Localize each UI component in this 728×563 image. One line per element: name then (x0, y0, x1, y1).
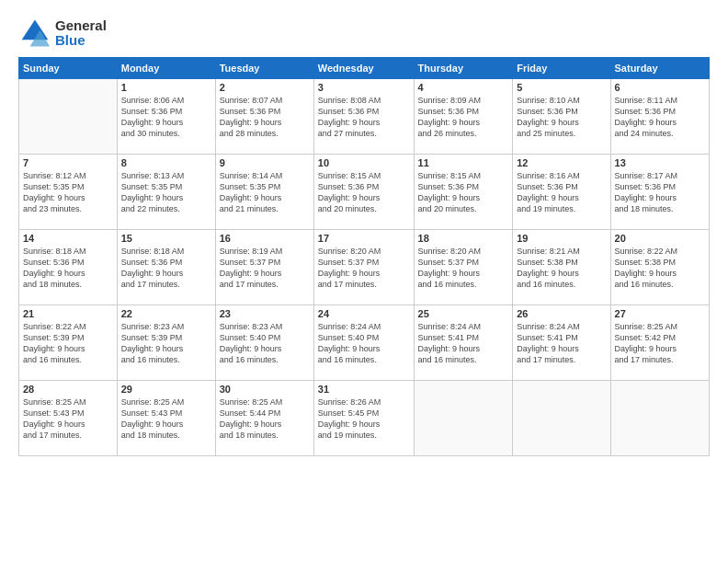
day-number: 15 (121, 233, 211, 244)
calendar-cell: 8Sunrise: 8:13 AM Sunset: 5:35 PM Daylig… (117, 155, 215, 230)
calendar-cell (610, 381, 709, 456)
calendar-week-row: 1Sunrise: 8:06 AM Sunset: 5:36 PM Daylig… (19, 79, 710, 155)
day-info: Sunrise: 8:25 AM Sunset: 5:43 PM Dayligh… (23, 396, 113, 442)
day-number: 12 (517, 157, 606, 168)
calendar-cell: 12Sunrise: 8:16 AM Sunset: 5:36 PM Dayli… (513, 155, 610, 230)
day-info: Sunrise: 8:22 AM Sunset: 5:39 PM Dayligh… (23, 321, 113, 366)
calendar-cell: 19Sunrise: 8:21 AM Sunset: 5:38 PM Dayli… (513, 230, 610, 305)
calendar-cell (414, 381, 513, 456)
day-info: Sunrise: 8:25 AM Sunset: 5:43 PM Dayligh… (121, 396, 211, 442)
calendar-cell: 23Sunrise: 8:23 AM Sunset: 5:40 PM Dayli… (215, 305, 313, 381)
day-number: 8 (121, 157, 211, 168)
weekday-header-row: SundayMondayTuesdayWednesdayThursdayFrid… (19, 58, 710, 79)
day-info: Sunrise: 8:25 AM Sunset: 5:44 PM Dayligh… (220, 396, 310, 442)
day-info: Sunrise: 8:17 AM Sunset: 5:36 PM Dayligh… (615, 170, 705, 215)
day-number: 24 (318, 308, 410, 319)
day-info: Sunrise: 8:09 AM Sunset: 5:36 PM Dayligh… (418, 95, 509, 140)
day-info: Sunrise: 8:08 AM Sunset: 5:36 PM Dayligh… (318, 95, 410, 140)
calendar-cell: 3Sunrise: 8:08 AM Sunset: 5:36 PM Daylig… (313, 79, 414, 155)
day-info: Sunrise: 8:18 AM Sunset: 5:36 PM Dayligh… (121, 246, 211, 291)
day-info: Sunrise: 8:18 AM Sunset: 5:36 PM Dayligh… (23, 246, 113, 291)
weekday-header-tuesday: Tuesday (215, 58, 313, 79)
day-info: Sunrise: 8:14 AM Sunset: 5:35 PM Dayligh… (220, 170, 310, 215)
day-info: Sunrise: 8:12 AM Sunset: 5:35 PM Dayligh… (23, 170, 113, 215)
calendar-cell (19, 79, 118, 155)
weekday-header-monday: Monday (117, 58, 215, 79)
calendar-week-row: 14Sunrise: 8:18 AM Sunset: 5:36 PM Dayli… (19, 230, 710, 305)
calendar-cell: 22Sunrise: 8:23 AM Sunset: 5:39 PM Dayli… (117, 305, 215, 381)
day-info: Sunrise: 8:13 AM Sunset: 5:35 PM Dayligh… (121, 170, 211, 215)
day-info: Sunrise: 8:25 AM Sunset: 5:42 PM Dayligh… (615, 321, 705, 366)
day-number: 19 (517, 233, 606, 244)
day-number: 31 (318, 384, 410, 395)
day-number: 16 (220, 233, 310, 244)
calendar-cell: 20Sunrise: 8:22 AM Sunset: 5:38 PM Dayli… (610, 230, 709, 305)
calendar-cell: 9Sunrise: 8:14 AM Sunset: 5:35 PM Daylig… (215, 155, 313, 230)
day-number: 23 (220, 308, 310, 319)
weekday-header-sunday: Sunday (19, 58, 118, 79)
day-number: 13 (615, 157, 705, 168)
calendar-cell: 21Sunrise: 8:22 AM Sunset: 5:39 PM Dayli… (19, 305, 118, 381)
day-info: Sunrise: 8:06 AM Sunset: 5:36 PM Dayligh… (121, 95, 211, 140)
day-info: Sunrise: 8:24 AM Sunset: 5:41 PM Dayligh… (418, 321, 509, 366)
calendar-cell: 29Sunrise: 8:25 AM Sunset: 5:43 PM Dayli… (117, 381, 215, 456)
day-info: Sunrise: 8:07 AM Sunset: 5:36 PM Dayligh… (220, 95, 310, 140)
day-info: Sunrise: 8:21 AM Sunset: 5:38 PM Dayligh… (517, 246, 606, 291)
day-info: Sunrise: 8:15 AM Sunset: 5:36 PM Dayligh… (418, 170, 509, 215)
calendar-cell: 28Sunrise: 8:25 AM Sunset: 5:43 PM Dayli… (19, 381, 118, 456)
logo-icon (18, 17, 51, 50)
day-number: 1 (121, 82, 211, 93)
calendar-cell: 30Sunrise: 8:25 AM Sunset: 5:44 PM Dayli… (215, 381, 313, 456)
day-number: 9 (220, 157, 310, 168)
calendar-cell: 25Sunrise: 8:24 AM Sunset: 5:41 PM Dayli… (414, 305, 513, 381)
day-number: 20 (615, 233, 705, 244)
calendar-week-row: 7Sunrise: 8:12 AM Sunset: 5:35 PM Daylig… (19, 155, 710, 230)
day-info: Sunrise: 8:23 AM Sunset: 5:40 PM Dayligh… (220, 321, 310, 366)
calendar-cell: 13Sunrise: 8:17 AM Sunset: 5:36 PM Dayli… (610, 155, 709, 230)
page: General Blue SundayMondayTuesdayWednesda… (0, 0, 728, 563)
calendar-cell: 7Sunrise: 8:12 AM Sunset: 5:35 PM Daylig… (19, 155, 118, 230)
day-number: 27 (615, 308, 705, 319)
calendar-week-row: 21Sunrise: 8:22 AM Sunset: 5:39 PM Dayli… (19, 305, 710, 381)
day-number: 4 (418, 82, 509, 93)
day-number: 29 (121, 384, 211, 395)
calendar-cell: 17Sunrise: 8:20 AM Sunset: 5:37 PM Dayli… (313, 230, 414, 305)
day-number: 6 (615, 82, 705, 93)
calendar-week-row: 28Sunrise: 8:25 AM Sunset: 5:43 PM Dayli… (19, 381, 710, 456)
weekday-header-wednesday: Wednesday (313, 58, 414, 79)
calendar-table: SundayMondayTuesdayWednesdayThursdayFrid… (18, 57, 710, 456)
calendar-cell: 1Sunrise: 8:06 AM Sunset: 5:36 PM Daylig… (117, 79, 215, 155)
day-number: 26 (517, 308, 606, 319)
day-info: Sunrise: 8:22 AM Sunset: 5:38 PM Dayligh… (615, 246, 705, 291)
calendar-cell: 26Sunrise: 8:24 AM Sunset: 5:41 PM Dayli… (513, 305, 610, 381)
day-info: Sunrise: 8:10 AM Sunset: 5:36 PM Dayligh… (517, 95, 606, 140)
calendar-cell: 10Sunrise: 8:15 AM Sunset: 5:36 PM Dayli… (313, 155, 414, 230)
day-info: Sunrise: 8:24 AM Sunset: 5:40 PM Dayligh… (318, 321, 410, 366)
calendar-cell: 4Sunrise: 8:09 AM Sunset: 5:36 PM Daylig… (414, 79, 513, 155)
day-number: 7 (23, 157, 113, 168)
day-info: Sunrise: 8:24 AM Sunset: 5:41 PM Dayligh… (517, 321, 606, 366)
day-info: Sunrise: 8:26 AM Sunset: 5:45 PM Dayligh… (318, 396, 410, 442)
logo-text: General Blue (55, 18, 107, 49)
calendar-cell: 31Sunrise: 8:26 AM Sunset: 5:45 PM Dayli… (313, 381, 414, 456)
logo: General Blue (18, 17, 107, 50)
day-info: Sunrise: 8:19 AM Sunset: 5:37 PM Dayligh… (220, 246, 310, 291)
day-number: 22 (121, 308, 211, 319)
day-number: 3 (318, 82, 410, 93)
header: General Blue (18, 17, 710, 50)
weekday-header-saturday: Saturday (610, 58, 709, 79)
calendar-cell: 6Sunrise: 8:11 AM Sunset: 5:36 PM Daylig… (610, 79, 709, 155)
day-number: 10 (318, 157, 410, 168)
day-info: Sunrise: 8:20 AM Sunset: 5:37 PM Dayligh… (318, 246, 410, 291)
calendar-cell: 24Sunrise: 8:24 AM Sunset: 5:40 PM Dayli… (313, 305, 414, 381)
day-number: 17 (318, 233, 410, 244)
day-number: 14 (23, 233, 113, 244)
calendar-cell: 15Sunrise: 8:18 AM Sunset: 5:36 PM Dayli… (117, 230, 215, 305)
calendar-cell: 11Sunrise: 8:15 AM Sunset: 5:36 PM Dayli… (414, 155, 513, 230)
weekday-header-friday: Friday (513, 58, 610, 79)
calendar-cell: 27Sunrise: 8:25 AM Sunset: 5:42 PM Dayli… (610, 305, 709, 381)
calendar-cell: 5Sunrise: 8:10 AM Sunset: 5:36 PM Daylig… (513, 79, 610, 155)
day-number: 2 (220, 82, 310, 93)
calendar-cell: 16Sunrise: 8:19 AM Sunset: 5:37 PM Dayli… (215, 230, 313, 305)
day-info: Sunrise: 8:16 AM Sunset: 5:36 PM Dayligh… (517, 170, 606, 215)
